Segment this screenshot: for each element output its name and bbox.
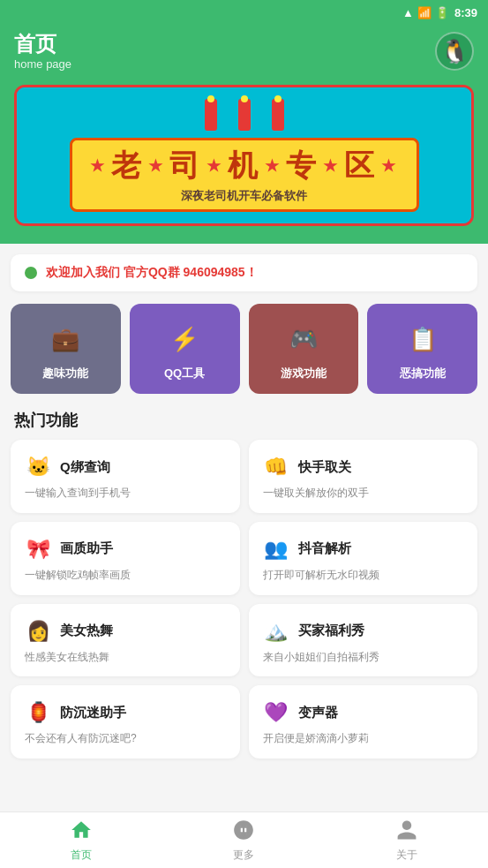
wifi-icon: ▲ [402,6,414,19]
notice-dot [25,267,37,279]
header-title-block: 首页 home page [14,32,71,71]
feature-header-douyin: 👥 抖音解析 [261,534,466,564]
feature-name-graphics: 画质助手 [60,540,113,557]
banner[interactable]: ★ 老 ★ 司 ★ 机 ★ 专 ★ 区 ★ 深夜老司机开车必备软件 [14,85,474,226]
nav-about-label: 关于 [396,848,417,863]
category-grid: 💼 趣味功能 ⚡ QQ工具 🎮 游戏功能 📋 恶搞功能 [11,304,477,394]
feature-icon-beauty: 👩 [23,616,53,646]
banner-light-2 [238,99,251,131]
nav-home-label: 首页 [71,848,92,863]
status-icons: ▲ 📶 🔋 [402,6,449,19]
banner-light-1 [205,99,217,131]
banner-wrap: ★ 老 ★ 司 ★ 机 ★ 专 ★ 区 ★ 深夜老司机开车必备软件 [0,85,488,244]
feature-header-antiaddict: 🏮 防沉迷助手 [23,698,228,728]
cat-label-game: 游戏功能 [281,366,327,381]
notice-normal-text: 欢迎加入我们 官方QQ群 [46,265,180,279]
feature-icon-buyer: 🏔️ [261,616,291,646]
cat-label-qq: QQ工具 [164,366,205,381]
home-icon [70,819,93,845]
avatar-icon: 🐧 [440,38,469,65]
cat-label-prank: 恶搞功能 [400,366,446,381]
feature-icon-graphics: 🎀 [23,534,53,564]
feature-header-graphics: 🎀 画质助手 [23,534,228,564]
page-title: 首页 [14,32,71,57]
feature-card-buyer[interactable]: 🏔️ 买家福利秀 来自小姐姐们自拍福利秀 [249,604,478,677]
banner-lights [205,99,284,131]
star-5: ★ [323,156,341,176]
feature-name-douyin: 抖音解析 [298,540,351,557]
feature-icon-qbind: 🐱 [23,452,53,482]
cat-icon-prank: 📋 [403,320,442,359]
signal-icon: 📶 [417,6,432,19]
feature-name-antiaddict: 防沉迷助手 [60,705,126,721]
features-grid: 🐱 Q绑查询 一键输入查询到手机号 👊 快手取关 一键取关解放你的双手 🎀 画质… [11,440,477,759]
cat-icon-game: 🎮 [284,320,323,359]
star-3: ★ [206,156,224,176]
banner-light-3 [272,99,284,131]
feature-header-buyer: 🏔️ 买家福利秀 [261,616,466,646]
feature-desc-beauty: 性感美女在线热舞 [23,650,228,665]
feature-card-voice[interactable]: 💜 变声器 开启便是娇滴滴小萝莉 [249,685,478,759]
feature-desc-antiaddict: 不会还有人有防沉迷吧? [23,731,228,746]
feature-header-kuaishou: 👊 快手取关 [261,452,466,482]
category-item-fun[interactable]: 💼 趣味功能 [11,304,121,394]
notice-highlight-text: 946094985！ [184,265,258,279]
category-item-qq[interactable]: ⚡ QQ工具 [130,304,240,394]
feature-card-beauty[interactable]: 👩 美女热舞 性感美女在线热舞 [11,604,240,677]
time-display: 8:39 [454,6,477,19]
notice-bar: 欢迎加入我们 官方QQ群 946094985！ [11,254,477,291]
category-item-game[interactable]: 🎮 游戏功能 [249,304,359,394]
feature-card-kuaishou[interactable]: 👊 快手取关 一键取关解放你的双手 [249,440,478,513]
feature-card-qbind[interactable]: 🐱 Q绑查询 一键输入查询到手机号 [11,440,240,513]
cat-icon-qq: ⚡ [165,320,204,359]
feature-name-qbind: Q绑查询 [60,459,110,476]
category-item-prank[interactable]: 📋 恶搞功能 [367,304,477,394]
banner-sub-text: 深夜老司机开车必备软件 [90,188,399,204]
feature-name-buyer: 买家福利秀 [298,623,364,639]
feature-card-graphics[interactable]: 🎀 画质助手 一键解锁吃鸡帧率画质 [11,522,240,595]
notice-text: 欢迎加入我们 官方QQ群 946094985！ [46,265,258,281]
feature-header-qbind: 🐱 Q绑查询 [23,452,228,482]
avatar-button[interactable]: 🐧 [435,32,474,71]
feature-desc-douyin: 打开即可解析无水印视频 [261,568,466,583]
battery-icon: 🔋 [435,6,449,19]
banner-sign: ★ 老 ★ 司 ★ 机 ★ 专 ★ 区 ★ 深夜老司机开车必备软件 [70,138,419,212]
feature-desc-kuaishou: 一键取关解放你的双手 [261,486,466,501]
hot-section-title: 热门功能 [14,410,474,431]
feature-desc-qbind: 一键输入查询到手机号 [23,486,228,501]
header: 首页 home page 🐧 [0,25,488,85]
feature-desc-graphics: 一键解锁吃鸡帧率画质 [23,568,228,583]
feature-desc-voice: 开启便是娇滴滴小萝莉 [261,731,466,746]
cat-icon-fun: 💼 [46,320,85,359]
cat-label-fun: 趣味功能 [42,366,88,381]
nav-home[interactable]: 首页 [0,812,162,868]
page-subtitle: home page [14,57,71,71]
star-6: ★ [381,156,399,176]
feature-icon-douyin: 👥 [261,534,291,564]
feature-name-voice: 变声器 [298,705,338,721]
star-1: ★ [90,156,108,176]
feature-header-voice: 💜 变声器 [261,698,466,728]
banner-main-text: ★ 老 ★ 司 ★ 机 ★ 专 ★ 区 ★ [90,146,399,186]
feature-desc-buyer: 来自小姐姐们自拍福利秀 [261,650,466,665]
feature-icon-voice: 💜 [261,698,291,728]
nav-more[interactable]: 更多 [162,812,325,868]
banner-inner: ★ 老 ★ 司 ★ 机 ★ 专 ★ 区 ★ 深夜老司机开车必备软件 [17,87,471,223]
feature-name-beauty: 美女热舞 [60,623,113,639]
star-2: ★ [148,156,166,176]
bottom-nav: 首页 更多 关于 [0,811,488,868]
status-bar: ▲ 📶 🔋 8:39 [0,0,488,25]
about-icon [395,819,418,845]
more-icon [232,819,255,845]
star-4: ★ [265,156,282,176]
scroll-area: 欢迎加入我们 官方QQ群 946094985！ 💼 趣味功能 ⚡ QQ工具 🎮 … [0,254,488,826]
feature-card-douyin[interactable]: 👥 抖音解析 打开即可解析无水印视频 [249,522,478,595]
feature-icon-kuaishou: 👊 [261,452,291,482]
nav-about[interactable]: 关于 [326,812,488,868]
feature-header-beauty: 👩 美女热舞 [23,616,228,646]
nav-more-label: 更多 [233,848,254,863]
feature-card-antiaddict[interactable]: 🏮 防沉迷助手 不会还有人有防沉迷吧? [11,685,240,759]
feature-name-kuaishou: 快手取关 [298,459,351,476]
feature-icon-antiaddict: 🏮 [23,698,53,728]
